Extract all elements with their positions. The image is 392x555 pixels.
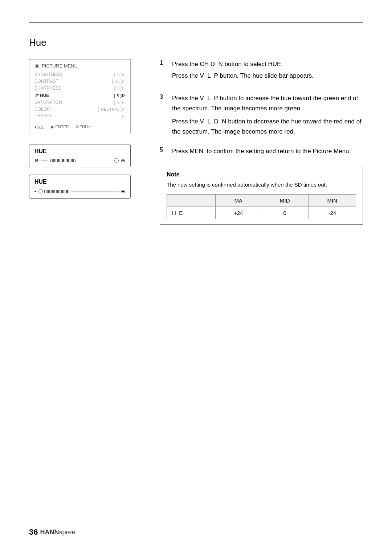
slider2-minus-text: -: [34, 188, 36, 195]
hue-slider-2-track: -: [34, 188, 125, 195]
table-header-row: MA MID MIN: [167, 194, 356, 207]
slider1-left-line: [41, 160, 48, 161]
menu-header-label: PICTURE MENU: [42, 63, 78, 69]
step-5-number: 5: [160, 146, 168, 158]
menu-row-preset: PRESET ▷: [34, 113, 125, 119]
menu-footer: ♦SEL ▶ ENTER MENU ↩: [34, 122, 125, 129]
hue-slider-1-track: ⊖: [34, 158, 125, 163]
table-row: H E +24 0 -24: [167, 207, 356, 219]
table-cell-mid: 0: [261, 207, 309, 219]
content-area: ▣ PICTURE MENU BRIGHTNESS [ 0 ] ▷ CONTRA…: [29, 59, 363, 225]
slider1-plus-icon: ⊕: [121, 158, 125, 163]
menu-row-saturation-val: [ 0 ] ▷: [114, 99, 125, 105]
menu-row-color: COLOR [ NEUTRAL ] ▷: [34, 106, 125, 113]
note-title: Note: [167, 171, 356, 178]
menu-row-brightness-val: [ 0 ] ▷: [114, 72, 125, 77]
right-column: 1 Press the CH D N button to select HUE.…: [160, 59, 363, 225]
step-5-line1: Press MEN to confirm the setting and ret…: [172, 146, 363, 156]
menu-row-sharpness: SHARPNESS [ 0 ] ▷: [34, 85, 125, 91]
brand-lower: spree: [59, 529, 75, 536]
slider2-ticks: [44, 190, 69, 193]
menu-row-preset-val: ▷: [122, 114, 125, 118]
menu-row-preset-label: PRESET: [34, 113, 67, 118]
step-3-line1: Press the V L P button to increase the h…: [172, 93, 363, 114]
menu-row-color-val: [ NEUTRAL ] ▷: [98, 106, 125, 112]
brand-upper: HANN: [40, 529, 59, 536]
slider2-thumb: [38, 189, 43, 193]
menu-row-brightness-label: BRIGHTNESS: [34, 72, 67, 77]
hue-slider-1: HUE ⊖: [29, 144, 131, 167]
step-3-content: Press the V L P button to increase the h…: [172, 93, 363, 138]
slider1-ticks: [50, 159, 112, 162]
brand-name: HANNspree: [40, 529, 75, 536]
menu-row-color-label: COLOR: [34, 107, 67, 112]
table-cell-ma: +24: [216, 207, 261, 219]
menu-header: ▣ PICTURE MENU: [34, 63, 125, 69]
menu-row-brightness: BRIGHTNESS [ 0 ] ▷: [34, 71, 125, 78]
page-footer: 36 HANNspree: [29, 527, 75, 537]
menu-row-contrast-val: [ 30 ] ▷: [112, 78, 125, 84]
table-cell-min: -24: [309, 207, 356, 219]
slider1-thumb: [114, 158, 119, 163]
menu-footer-enter: ▶ ENTER: [51, 125, 69, 129]
cursor-icon: ☞: [34, 92, 39, 98]
step-1: 1 Press the CH D N button to select HUE.…: [160, 59, 363, 82]
page-number: 36: [29, 527, 38, 537]
top-rule: [29, 22, 363, 23]
left-column: ▣ PICTURE MENU BRIGHTNESS [ 0 ] ▷ CONTRA…: [29, 59, 145, 225]
menu-footer-sel: ♦SEL: [34, 125, 44, 129]
hue-slider-2-label: HUE: [34, 179, 125, 185]
step-1-line2: Press the V L P button. The hue slide ba…: [172, 71, 363, 81]
table-header-empty: [167, 194, 216, 207]
table-cell-label: H E: [167, 207, 216, 219]
menu-row-contrast: CONTRAST [ 30 ] ▷: [34, 78, 125, 85]
menu-row-hue-val: [ 0 ] ▷: [114, 93, 125, 98]
step-5-content: Press MEN to confirm the setting and ret…: [172, 146, 363, 158]
menu-row-saturation-label: SATURATION: [34, 100, 67, 105]
hue-table: MA MID MIN H E +24 0 -24: [167, 194, 356, 219]
slider2-right-line: [71, 191, 119, 192]
slider1-minus-icon: ⊖: [34, 158, 39, 163]
section-title: Hue: [29, 37, 363, 48]
table-header-mid: MID: [261, 194, 309, 207]
step-3-line2: Press the V L D N button to decrease the…: [172, 117, 363, 137]
slider2-plus-icon: ⊕: [121, 188, 125, 194]
step-1-number: 1: [160, 59, 168, 82]
table-header-min: MIN: [309, 194, 356, 207]
hue-slider-1-label: HUE: [34, 148, 125, 155]
menu-row-hue-label: ☞HUE: [34, 92, 67, 98]
note-box: Note The new setting is confirmed automa…: [160, 166, 363, 225]
menu-row-contrast-label: CONTRAST: [34, 79, 67, 84]
note-text: The new setting is confirmed automatical…: [167, 181, 356, 189]
picture-menu-box: ▣ PICTURE MENU BRIGHTNESS [ 0 ] ▷ CONTRA…: [29, 59, 131, 133]
step-1-line1: Press the CH D N button to select HUE.: [172, 59, 363, 69]
menu-row-sharpness-label: SHARPNESS: [34, 86, 67, 91]
table-header-ma: MA: [216, 194, 261, 207]
step-3-number: 3: [160, 93, 168, 138]
menu-row-hue: ☞HUE [ 0 ] ▷: [34, 91, 125, 99]
step-1-content: Press the CH D N button to select HUE. P…: [172, 59, 363, 82]
step-3: 3 Press the V L P button to increase the…: [160, 93, 363, 138]
hue-slider-2: HUE -: [29, 175, 131, 199]
menu-row-sharpness-val: [ 0 ] ▷: [114, 85, 125, 91]
menu-icon: ▣: [34, 63, 39, 69]
step-5: 5 Press MEN to confirm the setting and r…: [160, 146, 363, 158]
menu-row-saturation: SATURATION [ 0 ] ▷: [34, 99, 125, 106]
menu-footer-menu: MENU ↩: [76, 125, 92, 129]
